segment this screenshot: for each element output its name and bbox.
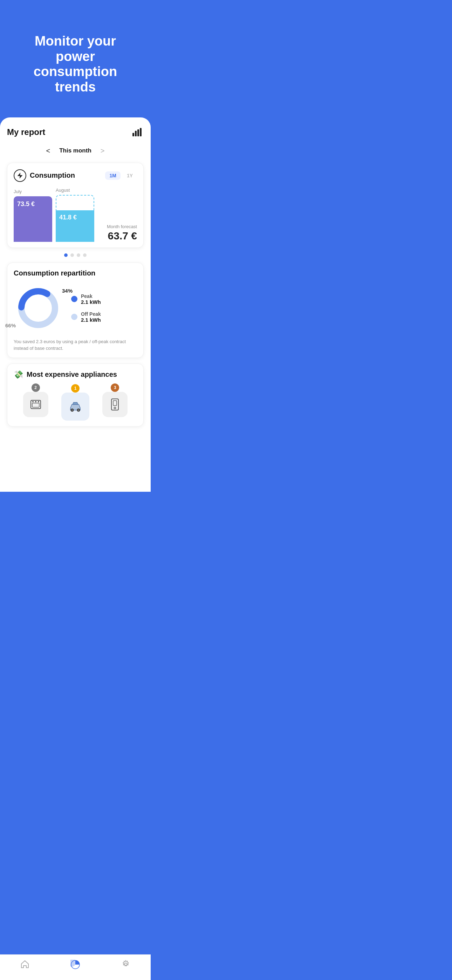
july-bar-group: July 73.5 € bbox=[14, 189, 52, 242]
august-label: August bbox=[56, 188, 70, 193]
peak-text: Peak 2.1 kWh bbox=[81, 293, 101, 305]
offpeak-dot bbox=[71, 314, 78, 320]
appliance-2[interactable]: 2 bbox=[23, 386, 48, 417]
svg-rect-0 bbox=[132, 133, 134, 136]
peak-label: Peak bbox=[81, 293, 101, 299]
appliance-3[interactable]: 3 bbox=[102, 386, 127, 417]
hero-section: Monitor your power consumption trends bbox=[0, 0, 151, 118]
consumption-title-row: Consumption bbox=[14, 169, 75, 182]
august-value: 41.8 € bbox=[59, 214, 77, 221]
offpeak-label: Off Peak bbox=[81, 311, 101, 317]
dot-1[interactable] bbox=[64, 253, 68, 257]
peak-dot bbox=[71, 296, 78, 302]
forecast-label: Month forecast bbox=[107, 224, 137, 229]
consumption-header: Consumption 1M 1Y bbox=[14, 169, 137, 182]
bars-row: July 73.5 € August 41.8 € Month forecast… bbox=[14, 188, 137, 242]
period-1m-tab[interactable]: 1M bbox=[105, 172, 120, 180]
offpeak-legend: Off Peak 2.1 kWh bbox=[71, 311, 101, 323]
svg-rect-17 bbox=[113, 401, 117, 406]
period-1y-tab[interactable]: 1Y bbox=[123, 172, 137, 180]
svg-point-9 bbox=[35, 401, 37, 402]
hero-title: Monitor your power consumption trends bbox=[13, 17, 138, 106]
svg-point-8 bbox=[32, 401, 33, 402]
offpeak-text: Off Peak 2.1 kWh bbox=[81, 311, 101, 323]
offpeak-percent: 66% bbox=[5, 323, 16, 328]
main-card: My report < This month > Consumptio bbox=[0, 118, 151, 492]
report-header: My report bbox=[7, 126, 144, 138]
next-month-button[interactable]: > bbox=[97, 145, 108, 156]
appliances-title: Most expensive appliances bbox=[27, 371, 117, 379]
chart-icon[interactable] bbox=[131, 126, 144, 138]
carousel-dots bbox=[7, 253, 144, 257]
legend-area: Peak 2.1 kWh Off Peak 2.1 kWh bbox=[71, 293, 101, 323]
current-month-label: This month bbox=[59, 147, 91, 154]
dot-2[interactable] bbox=[70, 253, 74, 257]
august-solid-bar: 41.8 € bbox=[56, 210, 94, 242]
oven-icon-box bbox=[23, 392, 48, 417]
july-bar: 73.5 € bbox=[14, 196, 52, 242]
svg-rect-1 bbox=[135, 131, 137, 136]
donut-chart: 34% 66% bbox=[14, 283, 63, 332]
forecast-value: 63.7 € bbox=[108, 230, 137, 242]
repartition-title: Consumption repartition bbox=[14, 269, 137, 277]
rank-badge-2: 2 bbox=[32, 383, 40, 392]
august-bar-group: August 41.8 € bbox=[56, 188, 94, 242]
period-tabs: 1M 1Y bbox=[105, 172, 137, 180]
device-icon-box bbox=[102, 392, 127, 417]
rank-badge-1: 1 bbox=[71, 384, 80, 393]
appliances-emoji: 💸 bbox=[14, 370, 23, 379]
svg-point-10 bbox=[38, 401, 39, 402]
svg-rect-7 bbox=[32, 403, 39, 407]
prev-month-button[interactable]: < bbox=[43, 145, 54, 156]
peak-percent: 34% bbox=[62, 288, 73, 294]
month-nav: < This month > bbox=[7, 145, 144, 156]
august-container: 41.8 € bbox=[56, 195, 94, 242]
repartition-card: Consumption repartition 34% 66% bbox=[7, 262, 144, 358]
appliance-1[interactable]: 1 bbox=[61, 387, 89, 421]
forecast-group: Month forecast 63.7 € bbox=[98, 224, 137, 242]
dot-4[interactable] bbox=[83, 253, 86, 257]
dot-3[interactable] bbox=[77, 253, 80, 257]
car-icon-box bbox=[61, 393, 89, 421]
svg-rect-3 bbox=[140, 128, 142, 136]
rank-badge-3: 3 bbox=[111, 383, 119, 392]
appliances-grid: 2 1 bbox=[14, 386, 137, 421]
svg-point-16 bbox=[114, 407, 116, 409]
consumption-title: Consumption bbox=[30, 172, 75, 180]
july-value: 73.5 € bbox=[17, 200, 35, 208]
savings-text: You saved 2.3 euros by using a peak / of… bbox=[14, 338, 137, 352]
svg-point-14 bbox=[78, 409, 79, 411]
appliances-card: 💸 Most expensive appliances 2 bbox=[7, 363, 144, 426]
offpeak-value: 2.1 kWh bbox=[81, 317, 101, 323]
report-title: My report bbox=[7, 127, 45, 137]
peak-legend: Peak 2.1 kWh bbox=[71, 293, 101, 305]
svg-point-13 bbox=[72, 409, 73, 411]
july-label: July bbox=[14, 189, 22, 194]
consumption-card: Consumption 1M 1Y July 73.5 € August bbox=[7, 162, 144, 248]
repartition-body: 34% 66% Peak 2.1 kWh Off Peak 2.1 kWh bbox=[14, 283, 137, 332]
lightning-icon bbox=[14, 169, 26, 182]
appliances-header: 💸 Most expensive appliances bbox=[14, 370, 137, 379]
peak-value: 2.1 kWh bbox=[81, 299, 101, 305]
august-dashed-top bbox=[56, 195, 94, 210]
svg-rect-2 bbox=[137, 129, 139, 136]
